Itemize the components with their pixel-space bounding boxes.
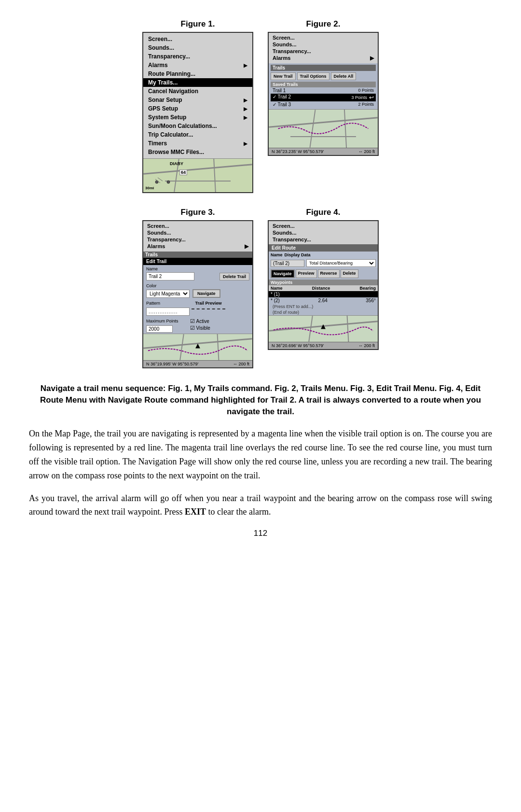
fig3-map <box>143 334 252 360</box>
fig1-menu-gps: GPS Setup▶ <box>143 104 252 113</box>
figure-1-screen: Screen... Sounds... Transparency... Alar… <box>142 32 253 193</box>
figure-3-label: Figure 3. <box>181 208 215 217</box>
fig4-waypoint-1: * (1) <box>269 291 378 297</box>
fig3-top-menu: Screen... Sounds... Transparency... Alar… <box>143 221 252 252</box>
fig3-navigate-btn[interactable]: Navigate <box>192 289 220 298</box>
fig3-name-section: Name Trail 2 Delete Trail <box>143 265 252 282</box>
fig3-visible-check: ☑ Visible <box>190 325 210 331</box>
fig1-menu-alarms: Alarms▶ <box>143 61 252 70</box>
fig4-route-buttons: Navigate Preview Reverse Delete <box>269 268 378 280</box>
fig1-menu-sounds: Sounds... <box>143 43 252 52</box>
fig3-delete-btn[interactable]: Delete Trail <box>219 273 249 280</box>
fig2-trail-options-btn[interactable]: Trail Options <box>297 72 329 80</box>
fig2-statusbar: N 36°23.235' W 95°50.579' ↔ 200 ft <box>269 148 378 155</box>
fig3-edit-section: Trails Edit Trail Name Trail 2 Delete Tr… <box>143 252 252 334</box>
body-paragraph-1: On the Map Page, the trail you are navig… <box>29 427 492 482</box>
fig4-waypoints-header: Waypoints <box>269 280 378 285</box>
fig4-name-display-row: Name Display Data <box>269 252 378 258</box>
figure-1-block: Figure 1. Screen... Sounds... Transparen… <box>142 19 253 193</box>
fig2-top-menu: Screen... Sounds... Transparency... Alar… <box>269 33 378 63</box>
fig2-saved-header: Saved Trails <box>271 82 376 87</box>
figure-4-label: Figure 4. <box>306 208 341 217</box>
figure-4-block: Figure 4. Screen... Sounds... Transparen… <box>268 208 379 368</box>
fig3-trail-preview: Trail Preview <box>192 301 225 309</box>
fig2-trails-buttons: New Trail Trail Options Delete All <box>271 71 376 82</box>
fig4-edit-section: Edit Route Name Display Data (Trail 2) T… <box>269 244 378 315</box>
fig4-top-menu: Screen... Sounds... Transparency... <box>269 221 378 244</box>
fig4-end-route: (End of route) <box>269 309 378 315</box>
fig1-scale: 30mi <box>145 186 154 190</box>
figure-2-label: Figure 2. <box>306 19 341 29</box>
figure-caption: Navigate a trail menu sequence: Fig. 1, … <box>39 383 482 417</box>
fig4-preview-btn[interactable]: Preview <box>296 269 317 278</box>
fig2-trail-3: ✓ Trail 3 2 Points <box>271 101 376 108</box>
fig3-edit-bar: Edit Trail <box>143 258 252 265</box>
figure-3-block: Figure 3. Screen... Sounds... Transparen… <box>142 208 253 368</box>
fig3-alarms: Alarms▶ <box>143 243 252 250</box>
figures-row-2: Figure 3. Screen... Sounds... Transparen… <box>29 208 492 368</box>
fig4-navigate-btn[interactable]: Navigate <box>271 269 295 278</box>
fig4-map <box>269 315 378 342</box>
fig3-name-input[interactable]: Trail 2 <box>146 272 194 280</box>
fig4-screen: Screen... <box>269 223 378 229</box>
fig2-trails-header: Trails <box>271 65 376 71</box>
svg-point-1 <box>167 181 170 183</box>
fig2-alarms: Alarms▶ <box>269 55 378 62</box>
fig3-sounds: Sounds... <box>143 229 252 236</box>
fig2-sounds: Sounds... <box>269 41 378 48</box>
figure-4-screen: Screen... Sounds... Transparency... Edit… <box>268 220 379 350</box>
fig1-menu-mytrails: My Trails... <box>143 78 252 87</box>
fig4-delete-btn[interactable]: Delete <box>341 269 358 278</box>
fig3-color-label: Color <box>146 283 249 288</box>
svg-marker-4 <box>195 344 200 349</box>
fig4-transparency: Transparency... <box>269 236 378 243</box>
fig2-delete-all-btn[interactable]: Delete All <box>331 72 356 80</box>
fig2-screen: Screen... <box>269 34 378 41</box>
fig3-pattern-label: Pattern <box>146 301 190 306</box>
fig1-menu-sunmoon: Sun/Moon Calculations... <box>143 122 252 130</box>
fig4-name-value: (Trail 2) <box>271 260 304 267</box>
fig1-menu-transparency: Transparency... <box>143 52 252 61</box>
fig3-transparency: Transparency... <box>143 236 252 243</box>
fig1-map-label2: 64 <box>179 169 187 175</box>
fig3-trails-bar: Trails <box>143 252 252 258</box>
body-paragraph-2: As you travel, the arrival alarm will go… <box>29 491 492 519</box>
fig4-sounds: Sounds... <box>269 229 378 236</box>
figure-2-screen: Screen... Sounds... Transparency... Alar… <box>268 32 379 156</box>
figure-1-label: Figure 1. <box>181 19 215 29</box>
fig1-menu-route: Route Planning... <box>143 70 252 78</box>
fig4-display-label: Display Data <box>285 252 376 257</box>
fig1-menu: Screen... Sounds... Transparency... Alar… <box>143 33 252 158</box>
fig1-menu-sonar: Sonar Setup▶ <box>143 96 252 104</box>
fig4-reverse-btn[interactable]: Reverse <box>318 269 340 278</box>
fig4-press-ent: (Press ENT to add...) <box>269 304 378 309</box>
fig1-menu-system: System Setup▶ <box>143 113 252 122</box>
figure-3-screen: Screen... Sounds... Transparency... Alar… <box>142 220 253 368</box>
fig3-maxpoints-section: Maximum Points 2000 ☑ Active ☑ Visible <box>143 317 252 334</box>
fig1-map: DIABY 64 30mi <box>143 158 252 192</box>
fig1-menu-browse: Browse MMC Files... <box>143 148 252 156</box>
fig2-trails-section: Trails New Trail Trail Options Delete Al… <box>269 63 378 109</box>
fig2-new-trail-btn[interactable]: New Trail <box>271 72 296 80</box>
fig3-name-label: Name <box>146 266 249 271</box>
fig3-color-select[interactable]: Light Magenta <box>146 290 190 298</box>
svg-marker-5 <box>321 324 326 329</box>
figure-2-block: Figure 2. Screen... Sounds... Transparen… <box>268 19 379 193</box>
fig1-map-label1: DIABY <box>170 161 183 166</box>
fig3-screen: Screen... <box>143 223 252 229</box>
page-number: 112 <box>29 529 492 538</box>
fig3-statusbar: N 36°19.995' W 95°50.579' ↔ 200 ft <box>143 360 252 367</box>
fig2-trail-2: ✓ Trail 2 3 Points↩ <box>271 94 376 101</box>
fig2-trail-1: Trail 1 0 Points <box>271 87 376 94</box>
fig1-menu-screen: Screen... <box>143 35 252 43</box>
fig4-values-row: (Trail 2) Total Distance/Bearing <box>269 258 378 268</box>
fig4-statusbar: N 36°20.696' W 95°50.579' ↔ 200 ft <box>269 342 378 349</box>
fig4-display-select[interactable]: Total Distance/Bearing <box>306 259 376 267</box>
fig4-waypoints-cols: Name Distance Bearing <box>269 285 378 291</box>
fig3-maxpoints-input[interactable]: 2000 <box>146 325 173 333</box>
fig3-color-section: Color Light Magenta Navigate <box>143 282 252 299</box>
fig3-pattern-input[interactable]: ................ <box>146 308 190 316</box>
fig2-map <box>269 109 378 148</box>
figures-row-1: Figure 1. Screen... Sounds... Transparen… <box>29 19 492 193</box>
fig3-active-check: ☑ Active <box>190 318 210 324</box>
